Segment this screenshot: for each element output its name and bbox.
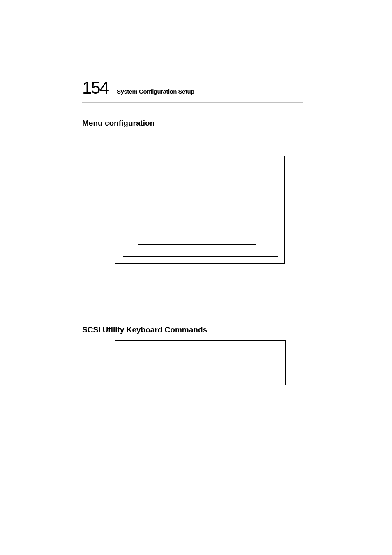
table-cell-key xyxy=(115,363,143,374)
page-number: 154 xyxy=(82,78,108,98)
header-divider xyxy=(82,102,303,103)
table-cell-key xyxy=(115,374,143,385)
table-header-row xyxy=(115,341,286,352)
table-header-key xyxy=(115,341,143,352)
table-row xyxy=(115,363,286,374)
table-cell-function xyxy=(143,352,286,363)
diagram-inner-box xyxy=(123,171,278,257)
keyboard-commands-table xyxy=(115,340,286,385)
table-cell-function xyxy=(143,363,286,374)
menu-diagram xyxy=(115,156,285,264)
table-cell-key xyxy=(115,352,143,363)
table-row xyxy=(115,352,286,363)
diagram-innermost-box xyxy=(138,218,256,245)
table-row xyxy=(115,374,286,385)
header-title: System Configuration Setup xyxy=(117,88,194,95)
menu-configuration-heading: Menu configuration xyxy=(82,119,300,128)
scsi-commands-heading: SCSI Utility Keyboard Commands xyxy=(82,325,300,334)
table-header-function xyxy=(143,341,286,352)
table-cell-function xyxy=(143,374,286,385)
